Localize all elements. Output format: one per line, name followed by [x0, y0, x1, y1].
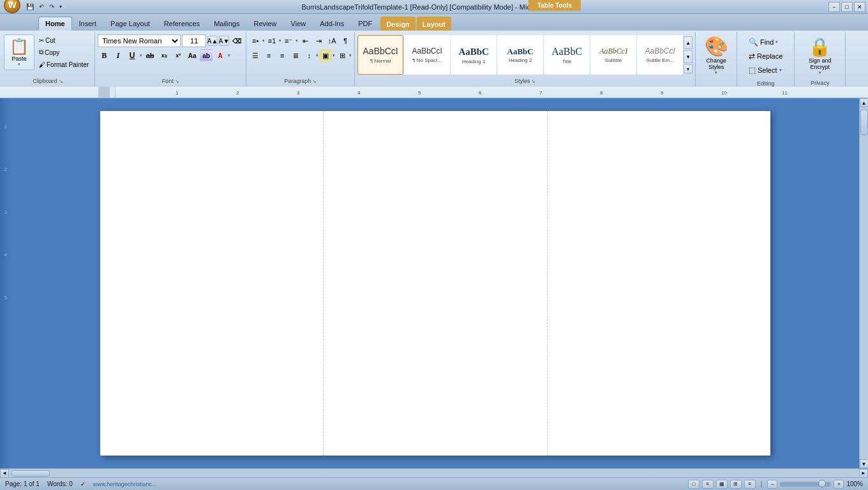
clipboard-expand[interactable]: ↘ — [59, 78, 63, 84]
undo-button[interactable]: ↶ — [37, 3, 46, 11]
clear-formatting-button[interactable]: ⌫ — [230, 34, 243, 47]
zoom-out-button[interactable]: − — [767, 480, 777, 489]
borders-button[interactable]: ⊞ — [336, 49, 348, 62]
align-right-button[interactable]: ≡ — [276, 49, 288, 62]
view-outline[interactable]: ⊞ — [730, 480, 742, 489]
tab-design[interactable]: Design — [380, 17, 415, 31]
zoom-level[interactable]: 100% — [846, 480, 863, 487]
align-left-button[interactable]: ☰ — [249, 49, 262, 62]
font-color-button[interactable]: A — [214, 49, 227, 62]
decrease-indent-button[interactable]: ⇤ — [299, 34, 311, 47]
replace-button[interactable]: ⇄ Replace — [745, 50, 786, 63]
styles-more[interactable]: ▾ — [684, 64, 692, 73]
style-nospace-preview: AaBbCcI — [412, 47, 442, 56]
scroll-down-button[interactable]: ▼ — [860, 459, 869, 468]
font-expand[interactable]: ↘ — [175, 78, 179, 84]
italic-button[interactable]: I — [112, 49, 124, 62]
status-right: □ ≡ ▦ ⊞ ≡ | − + 100% — [688, 480, 863, 489]
tab-pdf[interactable]: PDF — [351, 17, 379, 31]
bullets-button[interactable]: ≡• — [249, 34, 262, 47]
copy-button[interactable]: ⧉ Copy — [36, 47, 92, 58]
office-button[interactable]: W — [4, 0, 20, 13]
bold-button[interactable]: B — [98, 49, 110, 62]
style-subtitle-label: Subtitle — [605, 57, 622, 63]
tab-insert[interactable]: Insert — [72, 17, 104, 31]
underline-button[interactable]: U — [126, 49, 138, 62]
view-print-layout[interactable]: □ — [688, 480, 700, 489]
style-no-spacing[interactable]: AaBbCcI ¶ No Spaci... — [404, 35, 450, 75]
font-size-input[interactable] — [182, 34, 206, 47]
spell-check-icon[interactable]: ✓ — [80, 480, 86, 487]
view-full-reading[interactable]: ≡ — [702, 480, 714, 489]
tab-view[interactable]: View — [284, 17, 313, 31]
tab-add-ins[interactable]: Add-Ins — [313, 17, 351, 31]
sort-button[interactable]: ↕A — [326, 34, 338, 47]
line-spacing-button[interactable]: ↕ — [303, 49, 315, 62]
format-painter-button[interactable]: 🖌 Format Painter — [36, 59, 92, 70]
tab-home[interactable]: Home — [38, 17, 72, 31]
close-button[interactable]: ✕ — [854, 2, 865, 12]
redo-button[interactable]: ↷ — [47, 3, 56, 11]
zoom-slider[interactable] — [780, 482, 831, 487]
tab-page-layout[interactable]: Page Layout — [103, 17, 157, 31]
zoom-in-button[interactable]: + — [834, 480, 844, 489]
find-label: Find — [760, 38, 774, 46]
align-center-button[interactable]: ≡ — [262, 49, 275, 62]
page-column-2[interactable] — [324, 111, 547, 456]
minimize-button[interactable]: − — [828, 2, 840, 12]
page-column-1[interactable] — [100, 111, 324, 456]
tab-references[interactable]: References — [157, 17, 207, 31]
justify-button[interactable]: ≣ — [289, 49, 302, 62]
text-highlight-button[interactable]: ab — [200, 49, 213, 62]
restore-button[interactable]: □ — [841, 2, 853, 12]
view-draft[interactable]: ≡ — [744, 480, 756, 489]
scroll-left-button[interactable]: ◄ — [0, 469, 9, 478]
style-title-label: Title — [562, 59, 572, 64]
tab-mailings[interactable]: Mailings — [207, 17, 246, 31]
subscript-button[interactable]: x₂ — [158, 49, 170, 62]
strikethrough-button[interactable]: ab — [144, 49, 156, 62]
scroll-right-button[interactable]: ► — [859, 469, 868, 478]
scroll-up-button[interactable]: ▲ — [860, 98, 869, 107]
save-button[interactable]: 💾 — [24, 3, 36, 11]
cut-button[interactable]: ✂ Cut — [36, 34, 92, 46]
style-title[interactable]: AaBbC Title — [544, 35, 590, 75]
sign-encrypt-button[interactable]: 🔒 Sign andEncrypt ▾ — [805, 33, 835, 78]
change-case-button[interactable]: Aa — [186, 49, 198, 62]
styles-expand[interactable]: ↘ — [531, 78, 535, 84]
svg-text:7: 7 — [539, 90, 542, 96]
font-name-select[interactable]: Times New Roman — [98, 34, 181, 47]
change-styles-button[interactable]: 🎨 ChangeStyles ▾ — [701, 32, 731, 78]
select-button[interactable]: ⬚ Select ▾ — [745, 64, 786, 77]
hscroll-thumb[interactable] — [11, 470, 50, 477]
view-web-layout[interactable]: ▦ — [716, 480, 728, 489]
styles-scroll-down[interactable]: ▼ — [684, 50, 692, 63]
paragraph-expand[interactable]: ↘ — [312, 78, 317, 84]
numbering-button[interactable]: ≡1 — [266, 34, 278, 47]
multilevel-list-button[interactable]: ≡⁻ — [282, 34, 295, 47]
tab-review[interactable]: Review — [246, 17, 283, 31]
svg-text:11: 11 — [782, 90, 788, 96]
font-size-increase[interactable]: A▲ — [207, 36, 218, 46]
style-subtle-em[interactable]: AaBbCcI Subtle Em... — [637, 35, 683, 75]
styles-scroll-up[interactable]: ▲ — [684, 36, 692, 49]
scroll-thumb[interactable] — [860, 110, 868, 135]
increase-indent-button[interactable]: ⇥ — [312, 34, 325, 47]
style-subtitle[interactable]: AaBbCcI Subtitle — [590, 35, 636, 75]
find-button[interactable]: 🔍 Find ▾ — [745, 36, 786, 48]
quick-access-dropdown[interactable]: ▾ — [57, 3, 64, 10]
tab-layout[interactable]: Layout — [417, 17, 451, 31]
style-heading2[interactable]: AaBbC Heading 2 — [497, 35, 543, 75]
document-area[interactable] — [11, 98, 859, 468]
paste-button[interactable]: 📋 Paste ▾ — [4, 34, 34, 70]
page-column-3[interactable] — [548, 111, 770, 456]
shading-button[interactable]: ▣ — [319, 49, 332, 62]
show-hide-button[interactable]: ¶ — [339, 34, 352, 47]
style-normal[interactable]: AaBbCcI ¶ Normal — [357, 35, 403, 75]
privacy-group: 🔒 Sign andEncrypt ▾ Privacy — [795, 32, 846, 87]
ruler: 1 2 3 4 5 6 7 8 9 10 11 — [0, 87, 868, 98]
style-subtle-label: Subtle Em... — [646, 57, 674, 63]
style-heading1[interactable]: AaBbC Heading 1 — [451, 35, 497, 75]
font-size-decrease[interactable]: A▼ — [219, 36, 229, 46]
superscript-button[interactable]: x² — [172, 49, 184, 62]
